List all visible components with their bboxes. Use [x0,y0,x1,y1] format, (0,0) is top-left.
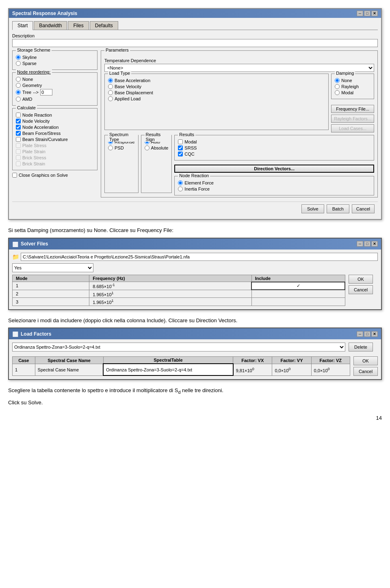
skyline-radio[interactable] [16,55,21,60]
srss-check-row: SRSS [178,145,370,150]
cqc-check[interactable] [178,152,183,156]
solver-table-area: Mode Frequency (Hz) Include 1 8.685×10-1… [12,275,378,306]
tree-radio[interactable] [16,90,21,95]
spectral-dialog-content: Start Bandwidth Files Defaults Descripti… [9,18,381,219]
lf-cancel-btn[interactable]: Cancel [353,367,378,376]
psd-radio[interactable] [108,145,113,150]
description-label: Description [12,33,378,38]
absolute-row: Absolute [145,145,169,150]
lf-select-row: Ordinanza Spettro-Zona=3-Suolo=2-q=4.txt… [12,343,378,354]
temp-dep-label: Temperature Dependence [104,58,374,63]
tab-start[interactable]: Start [12,21,33,30]
damping-modal-radio[interactable] [335,90,340,95]
spectral-dialog-title: Spectral Response Analysis [12,11,77,16]
yes-select[interactable]: Yes [12,263,93,272]
table-row[interactable]: 2 1.965×101 [13,290,345,298]
brick-stress-check[interactable] [16,155,21,160]
lf-table-row[interactable]: 1 Spectral Case Name Ordinanza Spettro-Z… [13,364,350,375]
lf-table-header: Case Spectral Case Name SpectralTable Fa… [13,357,350,364]
solver-titlebar-icons: ─ □ ✕ [357,241,378,247]
element-force-radio[interactable] [178,180,183,185]
results-area: Results Modal SRSS [174,135,374,195]
inertia-force-radio[interactable] [178,187,183,191]
amd-radio[interactable] [16,97,21,102]
description-input[interactable] [12,39,378,47]
solver-minimize-btn[interactable]: ─ [357,241,363,247]
include-cell[interactable] [251,290,345,298]
solver-title: Solver Files [21,241,48,247]
parameters-title: Parameters [104,48,130,52]
body-text-4: Click su Solve. [8,399,382,407]
maximize-btn[interactable]: □ [364,11,370,16]
solve-btn[interactable]: Solve [301,204,324,213]
spectral-table-cell[interactable]: Ordinanza Spettro-Zona=3-Suolo=2-q=4.txt [103,364,233,375]
lf-title: Load Factors [21,331,51,337]
calculate-group: Calculate Node Reaction Node Velocity [12,108,98,170]
plate-strain-check[interactable] [16,149,21,154]
minimize-btn[interactable]: ─ [357,11,363,16]
base-disp-radio[interactable] [108,90,113,95]
solver-close-btn[interactable]: ✕ [371,241,378,247]
table-row[interactable]: 1 8.685×10-1 ✓ [13,282,345,290]
lf-delete-btn[interactable]: Delete [349,343,373,351]
srss-check[interactable] [178,145,183,150]
damping-none-radio[interactable] [335,78,340,83]
include-cell[interactable]: ✓ [251,282,345,290]
damping-none-row: None [335,78,370,83]
plate-stress-check[interactable] [16,143,21,148]
close-btn[interactable]: ✕ [371,11,378,16]
beam-force-check[interactable] [16,131,21,136]
node-velocity-check[interactable] [16,119,21,124]
beam-strain-check[interactable] [16,137,21,142]
absolute-radio[interactable] [145,145,150,150]
grid-icon: ▦ [12,240,18,248]
freq-file-input[interactable] [21,253,378,261]
geometry-radio[interactable] [16,83,21,88]
plate-strain-label: Plate Strain [22,149,46,154]
base-vel-radio[interactable] [108,84,113,89]
node-reaction-row: Node Reaction [16,113,94,117]
tab-defaults[interactable]: Defaults [90,21,118,30]
sparse-radio-row: Sparse [16,61,94,66]
base-accel-radio[interactable] [108,78,113,83]
cancel-btn[interactable]: Cancel [352,204,375,213]
frequency-file-btn[interactable]: Frequency File... [331,105,374,113]
lf-minimize-btn[interactable]: ─ [357,331,363,337]
dialog-right: Parameters Temperature Dependence <None> [101,50,378,200]
damping-rayleigh-radio[interactable] [335,84,340,89]
node-reaction-check[interactable] [16,113,21,117]
temp-dep-select[interactable]: <None> [104,64,374,72]
storage-scheme-group: Storage Scheme Skyline Sparse [12,50,98,70]
modal-check[interactable] [178,139,183,144]
close-graphics-check[interactable] [12,173,17,178]
brick-strain-check[interactable] [16,161,21,166]
table-row[interactable]: 3 1.965×101 [13,298,345,306]
element-force-label: Element Force [184,180,214,185]
sparse-radio[interactable] [16,61,21,66]
batch-btn[interactable]: Batch [327,204,349,213]
tab-bandwidth[interactable]: Bandwidth [34,21,67,30]
lf-close-btn[interactable]: ✕ [371,331,378,337]
tree-value-input[interactable] [40,89,52,95]
none-radio[interactable] [16,77,21,82]
brick-stress-label: Brick Stress [22,155,46,160]
include-cell[interactable] [251,298,345,306]
solver-cancel-btn[interactable]: Cancel [349,285,373,294]
lf-ok-btn[interactable]: OK [353,356,378,365]
node-reordering-group: Node reordering: None Geometry [12,72,98,106]
tab-files[interactable]: Files [68,21,89,30]
base-disp-row: Base Displacement [108,90,325,95]
applied-load-radio[interactable] [108,96,113,101]
lf-select[interactable]: Ordinanza Spettro-Zona=3-Suolo=2-q=4.txt [12,343,345,351]
plate-stress-label: Plate Stress [22,143,46,148]
node-acceleration-check[interactable] [16,125,21,130]
lf-maximize-btn[interactable]: □ [364,331,370,337]
rayleigh-factors-btn[interactable]: Rayleigh Factors... [331,115,374,123]
node-acceleration-row: Node Acceleration [16,125,94,130]
solver-ok-btn[interactable]: OK [349,275,373,284]
solver-maximize-btn[interactable]: □ [364,241,370,247]
freq-cell: 1.965×101 [89,290,251,298]
amd-label: AMD [22,97,32,102]
direction-vectors-btn[interactable]: Direction Vectors... [174,165,374,173]
load-cases-btn[interactable]: Load Cases... [331,124,374,132]
